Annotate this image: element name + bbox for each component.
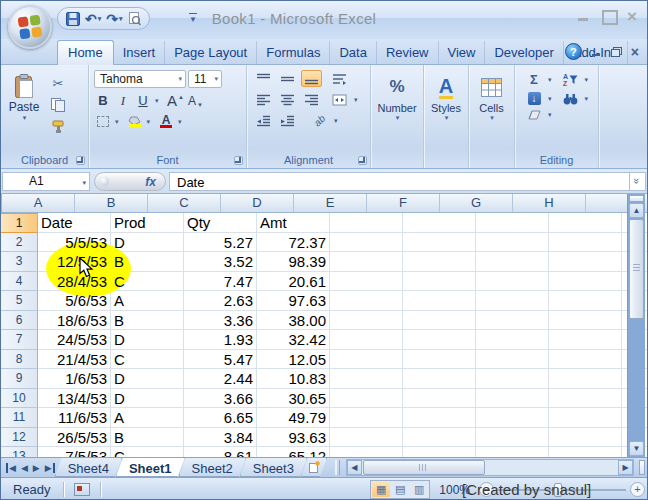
cell-D4[interactable]: 20.61	[257, 272, 330, 292]
cell-E11[interactable]	[330, 408, 403, 428]
cell-F3[interactable]	[403, 252, 476, 272]
tab-insert[interactable]: Insert	[114, 41, 166, 65]
cell-C6[interactable]: 3.36	[184, 311, 257, 331]
font-name-select[interactable]: Tahoma▾	[94, 70, 186, 88]
tab-developer[interactable]: Developer	[485, 41, 563, 65]
tab-page-layout[interactable]: Page Layout	[165, 41, 257, 65]
cell-C1[interactable]: Qty	[184, 213, 257, 233]
vertical-split-box[interactable]	[629, 195, 644, 202]
decrease-indent-button[interactable]	[253, 112, 274, 129]
cell-C5[interactable]: 2.63	[184, 291, 257, 311]
cell-H2[interactable]	[549, 233, 622, 253]
cell-A2[interactable]: 5/5/53	[38, 233, 111, 253]
cell-G3[interactable]	[476, 252, 549, 272]
cell-B13[interactable]: C	[111, 447, 184, 457]
ribbon-group-cells[interactable]: Cells ▾	[469, 65, 515, 168]
cell-D8[interactable]: 12.05	[257, 350, 330, 370]
cell-C11[interactable]: 6.65	[184, 408, 257, 428]
italic-button[interactable]: I	[114, 92, 132, 109]
tab-scroll-splitter[interactable]	[335, 460, 340, 475]
column-header-b[interactable]: B	[75, 194, 148, 213]
merge-center-button[interactable]	[329, 91, 350, 108]
row-header-3[interactable]: 3	[1, 252, 38, 272]
cell-H9[interactable]	[549, 369, 622, 389]
cell-D12[interactable]: 93.63	[257, 428, 330, 448]
cell-A13[interactable]: 7/5/53	[38, 447, 111, 457]
increase-indent-button[interactable]	[277, 112, 298, 129]
wrap-text-button[interactable]	[329, 70, 350, 87]
formula-bar-expand-button[interactable]: »	[630, 172, 646, 191]
chevron-down-icon[interactable]: ▾	[155, 97, 159, 105]
cell-E13[interactable]	[330, 447, 403, 457]
row-header-10[interactable]: 10	[1, 389, 38, 409]
cell-H8[interactable]	[549, 350, 622, 370]
workbook-minimize-button[interactable]	[591, 47, 602, 57]
ribbon-group-number[interactable]: % Number ▾	[371, 65, 424, 168]
cell-H4[interactable]	[549, 272, 622, 292]
cell-F6[interactable]	[403, 311, 476, 331]
cell-D6[interactable]: 38.00	[257, 311, 330, 331]
cell-F12[interactable]	[403, 428, 476, 448]
align-left-button[interactable]	[253, 91, 274, 108]
cell-H7[interactable]	[549, 330, 622, 350]
find-select-button[interactable]	[560, 93, 582, 105]
align-top-button[interactable]	[253, 70, 274, 87]
formula-input[interactable]: Date	[169, 172, 630, 191]
cell-A7[interactable]: 24/5/53	[38, 330, 111, 350]
maximize-button[interactable]	[602, 10, 615, 22]
page-break-view-button[interactable]: ▥	[410, 482, 428, 497]
cell-E3[interactable]	[330, 252, 403, 272]
clipboard-dialog-launcher[interactable]	[76, 156, 85, 165]
cell-G6[interactable]	[476, 311, 549, 331]
select-all-corner[interactable]	[1, 194, 2, 213]
chevron-down-icon[interactable]: ▾	[585, 95, 589, 103]
cell-C2[interactable]: 5.27	[184, 233, 257, 253]
macro-record-button[interactable]	[74, 483, 90, 496]
cell-D1[interactable]: Amt	[257, 213, 330, 233]
page-layout-view-button[interactable]: ▤	[391, 482, 409, 497]
ribbon-group-styles[interactable]: A Styles ▾	[424, 65, 469, 168]
horizontal-scroll-thumb[interactable]	[363, 460, 485, 475]
cell-A9[interactable]: 1/6/53	[38, 369, 111, 389]
previous-sheet-button[interactable]: ◀	[21, 463, 28, 473]
cell-A8[interactable]: 21/4/53	[38, 350, 111, 370]
cell-H10[interactable]	[549, 389, 622, 409]
chevron-down-icon[interactable]: ▾	[178, 118, 182, 126]
cell-H12[interactable]	[549, 428, 622, 448]
chevron-down-icon[interactable]: ▾	[396, 114, 400, 122]
cell-C3[interactable]: 3.52	[184, 252, 257, 272]
cell-B2[interactable]: D	[111, 233, 184, 253]
cell-D3[interactable]: 98.39	[257, 252, 330, 272]
chevron-down-icon[interactable]: ▾	[548, 95, 552, 103]
chevron-down-icon[interactable]: ▾	[548, 76, 552, 84]
column-header-f[interactable]: F	[367, 194, 440, 213]
cell-G9[interactable]	[476, 369, 549, 389]
borders-button[interactable]	[94, 113, 112, 130]
sheet-tab-sheet4[interactable]: Sheet4	[55, 458, 122, 477]
chevron-down-icon[interactable]: ▾	[445, 114, 449, 122]
cell-F7[interactable]	[403, 330, 476, 350]
row-header-5[interactable]: 5	[1, 291, 38, 311]
cell-E10[interactable]	[330, 389, 403, 409]
sheet-tab-sheet1[interactable]: Sheet1	[116, 458, 185, 477]
font-dialog-launcher[interactable]	[234, 156, 243, 165]
cell-F9[interactable]	[403, 369, 476, 389]
chevron-down-icon[interactable]: ▾	[354, 96, 358, 104]
font-size-select[interactable]: 11▾	[188, 70, 222, 88]
cell-B3[interactable]: B	[111, 252, 184, 272]
cell-F8[interactable]	[403, 350, 476, 370]
cell-B7[interactable]: D	[111, 330, 184, 350]
cell-C12[interactable]: 3.84	[184, 428, 257, 448]
cell-H1[interactable]	[549, 213, 622, 233]
sheet-tab-sheet3[interactable]: Sheet3	[240, 458, 307, 477]
cell-B8[interactable]: C	[111, 350, 184, 370]
grow-font-button[interactable]: A▲	[167, 92, 185, 109]
underline-button[interactable]: U	[134, 92, 152, 109]
autosum-button[interactable]: Σ	[523, 72, 545, 87]
cell-B4[interactable]: C	[111, 272, 184, 292]
cell-C13[interactable]: 8.61	[184, 447, 257, 457]
shrink-font-button[interactable]: A▼	[187, 92, 205, 109]
row-header-6[interactable]: 6	[1, 311, 38, 331]
row-header-9[interactable]: 9	[1, 369, 38, 389]
font-color-button[interactable]: A	[157, 113, 175, 130]
